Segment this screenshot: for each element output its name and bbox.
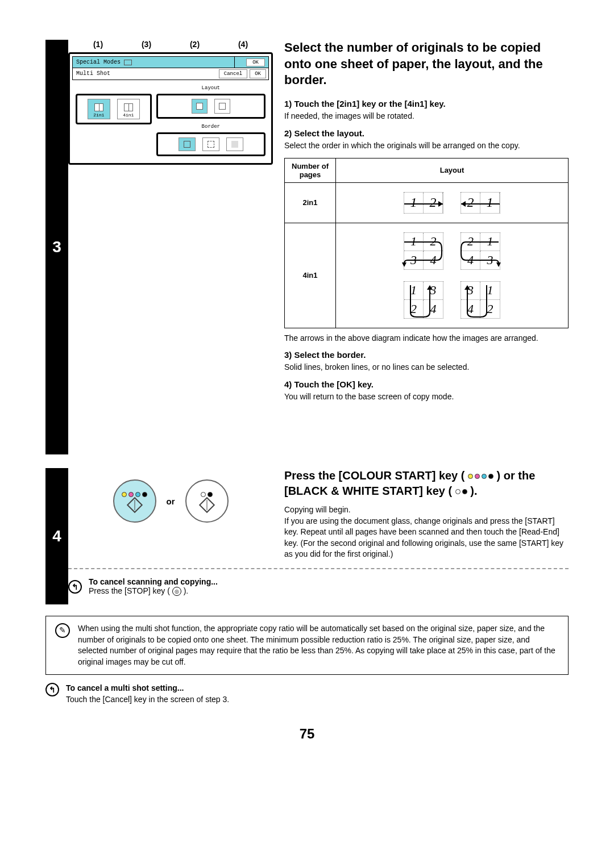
or-text: or xyxy=(167,496,175,506)
dot-magenta-icon xyxy=(128,492,134,497)
cancel-scan-head: To cancel scanning and copying... xyxy=(89,577,218,586)
border-none[interactable] xyxy=(226,137,243,151)
layout-option-2[interactable] xyxy=(214,99,230,114)
callout-3: (3) xyxy=(122,40,171,49)
layout-4in1-nr: 3142 xyxy=(460,281,500,319)
th-layout: Layout xyxy=(336,158,569,182)
back-arrow-icon: ↰ xyxy=(68,580,82,594)
callout-4: (4) xyxy=(219,40,267,49)
dot-black-icon xyxy=(462,489,467,494)
substep-3-body: Solid lines, broken lines, or no lines c… xyxy=(284,362,569,373)
arrows-caption: The arrows in the above diagram indicate… xyxy=(284,333,569,344)
step4-body2: If you are using the document glass, cha… xyxy=(284,516,569,560)
pencil-icon: ✎ xyxy=(55,623,70,638)
layout-label: Layout xyxy=(158,85,264,91)
layout-4in1-n: 1324 xyxy=(404,281,443,319)
row-2in1-label: 2in1 xyxy=(285,182,336,223)
dashed-separator xyxy=(68,568,569,569)
start-diamond-icon xyxy=(126,496,142,512)
dot-cyan-icon xyxy=(135,492,140,497)
layout-group: Layout xyxy=(156,94,265,119)
note-text: When using the multi shot function, the … xyxy=(78,623,559,667)
key-4in1[interactable]: 4in1 xyxy=(117,99,140,119)
page-number: 75 xyxy=(45,726,569,742)
multi-shot-label: Multi Shot xyxy=(73,68,217,80)
substep-4-body: You will return to the base screen of co… xyxy=(284,391,569,402)
border-solid[interactable] xyxy=(179,137,196,151)
step4-heading: Press the [COLOUR START] key ( ) or the … xyxy=(284,468,569,499)
layout-4in1-z: 1234 xyxy=(404,232,443,270)
ok-button-top[interactable]: OK xyxy=(246,59,265,66)
dot-yellow-icon xyxy=(122,492,127,497)
back-arrow-icon: ↰ xyxy=(45,683,59,696)
layout-2in1-lr: 12 xyxy=(404,192,443,214)
dot-black-icon xyxy=(488,474,493,479)
dot-cyan-icon xyxy=(482,474,487,479)
stop-key-icon: ◎ xyxy=(172,587,181,596)
cancel-button[interactable]: Cancel xyxy=(219,69,247,78)
dot-white-icon xyxy=(201,492,206,497)
cancel-multishot-body: Touch the [Cancel] key in the screen of … xyxy=(66,694,229,706)
dot-black-icon xyxy=(208,492,213,497)
mode-icon xyxy=(124,60,132,65)
key-2in1[interactable]: 2in1 xyxy=(88,99,110,119)
cancel-scan-body: Press the [STOP] key ( ◎ ). xyxy=(89,586,218,596)
dot-white-icon xyxy=(455,489,460,494)
bw-start-button[interactable] xyxy=(185,479,229,523)
dot-magenta-icon xyxy=(475,474,480,479)
step3-heading: Select the number of originals to be cop… xyxy=(284,40,569,89)
step-4-number: 4 xyxy=(45,468,68,604)
substep-2-body: Select the order in which the originals … xyxy=(284,140,569,151)
lcd-callouts: (1) (3) (2) (4) xyxy=(68,40,273,52)
colour-start-button[interactable] xyxy=(113,479,156,523)
step4-body1: Copying will begin. xyxy=(284,504,569,516)
border-label: Border xyxy=(158,124,264,130)
substep-3-head: 3) Select the border. xyxy=(284,350,569,360)
cancel-multishot-head: To cancel a multi shot setting... xyxy=(66,683,229,694)
border-group: Border xyxy=(156,132,265,156)
special-modes-bar: Special Modes xyxy=(72,56,235,68)
callout-2: (2) xyxy=(171,40,219,49)
substep-1-body: If needed, the images will be rotated. xyxy=(284,111,569,122)
note-box: ✎ When using the multi shot function, th… xyxy=(45,616,569,675)
lcd-panel: Special Modes OK Multi Shot Cancel OK xyxy=(68,52,273,165)
step-3-number: 3 xyxy=(45,40,68,454)
substep-2-head: 2) Select the layout. xyxy=(284,128,569,138)
th-pages: Number of pages xyxy=(285,158,336,182)
dot-black-icon xyxy=(142,492,147,497)
callout-1: (1) xyxy=(74,40,122,49)
nin1-group: 2in1 4in1 xyxy=(76,94,152,124)
layout-option-1[interactable] xyxy=(192,99,208,114)
layout-table: Number of pages Layout 2in1 12 xyxy=(284,158,569,328)
ok-button[interactable]: OK xyxy=(250,69,266,78)
border-dashed[interactable] xyxy=(202,137,219,151)
dot-yellow-icon xyxy=(468,474,473,479)
row-4in1-label: 4in1 xyxy=(285,223,336,328)
substep-4-head: 4) Touch the [OK] key. xyxy=(284,379,569,389)
layout-2in1-rl: 21 xyxy=(460,192,500,214)
substep-1-head: 1) Touch the [2in1] key or the [4in1] ke… xyxy=(284,99,569,108)
layout-4in1-zr: 2143 xyxy=(460,232,500,270)
start-diamond-icon xyxy=(198,496,214,512)
